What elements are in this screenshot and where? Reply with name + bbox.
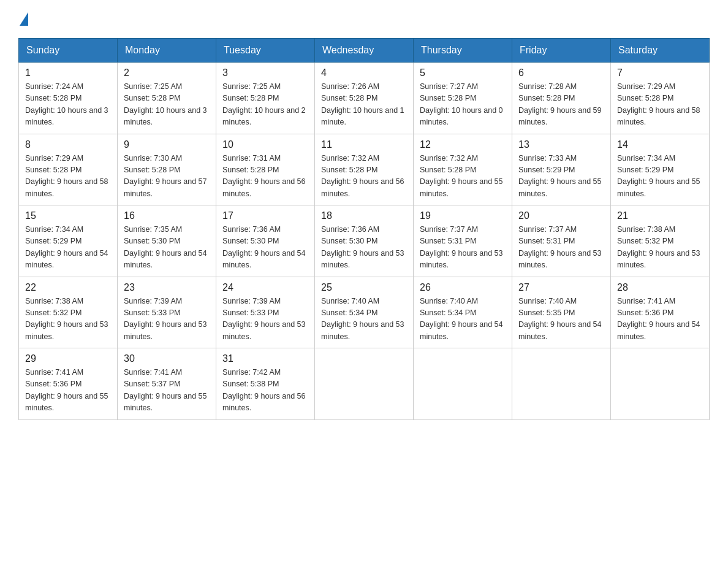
- day-number: 21: [617, 210, 703, 221]
- week-row-3: 15 Sunrise: 7:34 AM Sunset: 5:29 PM Dayl…: [19, 205, 710, 277]
- day-number: 13: [518, 139, 604, 150]
- day-number: 26: [420, 282, 506, 293]
- day-number: 10: [222, 139, 308, 150]
- day-number: 19: [420, 210, 506, 221]
- calendar-cell: 26 Sunrise: 7:40 AM Sunset: 5:34 PM Dayl…: [414, 277, 512, 348]
- day-number: 16: [124, 210, 210, 221]
- calendar-cell: 13 Sunrise: 7:33 AM Sunset: 5:29 PM Dayl…: [512, 134, 611, 205]
- week-row-2: 8 Sunrise: 7:29 AM Sunset: 5:28 PM Dayli…: [19, 134, 710, 205]
- day-number: 7: [617, 67, 703, 79]
- week-row-5: 29 Sunrise: 7:41 AM Sunset: 5:36 PM Dayl…: [19, 348, 710, 420]
- day-info: Sunrise: 7:37 AM Sunset: 5:31 PM Dayligh…: [518, 224, 604, 272]
- calendar-cell: 14 Sunrise: 7:34 AM Sunset: 5:29 PM Dayl…: [611, 134, 710, 205]
- calendar-cell: 17 Sunrise: 7:36 AM Sunset: 5:30 PM Dayl…: [216, 205, 315, 277]
- day-info: Sunrise: 7:40 AM Sunset: 5:34 PM Dayligh…: [321, 296, 407, 343]
- day-number: 2: [124, 67, 210, 79]
- calendar-cell: 25 Sunrise: 7:40 AM Sunset: 5:34 PM Dayl…: [315, 277, 414, 348]
- day-info: Sunrise: 7:35 AM Sunset: 5:30 PM Dayligh…: [124, 224, 210, 272]
- day-number: 28: [617, 282, 703, 293]
- day-info: Sunrise: 7:31 AM Sunset: 5:28 PM Dayligh…: [222, 153, 308, 201]
- page-header: [18, 12, 710, 26]
- day-number: 27: [518, 282, 604, 293]
- day-info: Sunrise: 7:41 AM Sunset: 5:37 PM Dayligh…: [124, 367, 210, 415]
- calendar-cell: 8 Sunrise: 7:29 AM Sunset: 5:28 PM Dayli…: [19, 134, 118, 205]
- day-number: 23: [124, 282, 210, 293]
- calendar-cell: 31 Sunrise: 7:42 AM Sunset: 5:38 PM Dayl…: [216, 348, 315, 420]
- day-info: Sunrise: 7:36 AM Sunset: 5:30 PM Dayligh…: [321, 224, 407, 272]
- day-number: 6: [518, 67, 604, 79]
- day-number: 29: [25, 353, 111, 364]
- calendar-cell: [611, 348, 710, 420]
- day-number: 18: [321, 210, 407, 221]
- calendar-cell: 23 Sunrise: 7:39 AM Sunset: 5:33 PM Dayl…: [118, 277, 216, 348]
- calendar-cell: 9 Sunrise: 7:30 AM Sunset: 5:28 PM Dayli…: [118, 134, 216, 205]
- day-info: Sunrise: 7:24 AM Sunset: 5:28 PM Dayligh…: [25, 81, 111, 129]
- day-number: 15: [25, 210, 111, 221]
- day-info: Sunrise: 7:25 AM Sunset: 5:28 PM Dayligh…: [124, 81, 210, 129]
- calendar-cell: 7 Sunrise: 7:29 AM Sunset: 5:28 PM Dayli…: [611, 63, 710, 134]
- calendar-cell: [512, 348, 611, 420]
- day-info: Sunrise: 7:26 AM Sunset: 5:28 PM Dayligh…: [321, 81, 407, 129]
- calendar-cell: [414, 348, 512, 420]
- weekday-header-saturday: Saturday: [611, 39, 710, 63]
- day-info: Sunrise: 7:39 AM Sunset: 5:33 PM Dayligh…: [222, 296, 308, 343]
- day-info: Sunrise: 7:29 AM Sunset: 5:28 PM Dayligh…: [617, 81, 703, 129]
- day-number: 24: [222, 282, 308, 293]
- calendar-cell: 18 Sunrise: 7:36 AM Sunset: 5:30 PM Dayl…: [315, 205, 414, 277]
- calendar-cell: 27 Sunrise: 7:40 AM Sunset: 5:35 PM Dayl…: [512, 277, 611, 348]
- calendar-cell: 24 Sunrise: 7:39 AM Sunset: 5:33 PM Dayl…: [216, 277, 315, 348]
- day-info: Sunrise: 7:38 AM Sunset: 5:32 PM Dayligh…: [617, 224, 703, 272]
- day-info: Sunrise: 7:36 AM Sunset: 5:30 PM Dayligh…: [222, 224, 308, 272]
- day-info: Sunrise: 7:27 AM Sunset: 5:28 PM Dayligh…: [420, 81, 506, 129]
- day-number: 11: [321, 139, 407, 150]
- day-info: Sunrise: 7:28 AM Sunset: 5:28 PM Dayligh…: [518, 81, 604, 129]
- calendar-cell: 11 Sunrise: 7:32 AM Sunset: 5:28 PM Dayl…: [315, 134, 414, 205]
- day-info: Sunrise: 7:40 AM Sunset: 5:34 PM Dayligh…: [420, 296, 506, 343]
- day-number: 4: [321, 67, 407, 79]
- weekday-header-wednesday: Wednesday: [315, 39, 414, 63]
- day-info: Sunrise: 7:40 AM Sunset: 5:35 PM Dayligh…: [518, 296, 604, 343]
- calendar-cell: 15 Sunrise: 7:34 AM Sunset: 5:29 PM Dayl…: [19, 205, 118, 277]
- week-row-4: 22 Sunrise: 7:38 AM Sunset: 5:32 PM Dayl…: [19, 277, 710, 348]
- calendar-cell: 16 Sunrise: 7:35 AM Sunset: 5:30 PM Dayl…: [118, 205, 216, 277]
- logo-arrow-icon: [20, 12, 28, 26]
- calendar-cell: 20 Sunrise: 7:37 AM Sunset: 5:31 PM Dayl…: [512, 205, 611, 277]
- calendar-cell: 10 Sunrise: 7:31 AM Sunset: 5:28 PM Dayl…: [216, 134, 315, 205]
- day-info: Sunrise: 7:42 AM Sunset: 5:38 PM Dayligh…: [222, 367, 308, 415]
- day-info: Sunrise: 7:32 AM Sunset: 5:28 PM Dayligh…: [321, 153, 407, 201]
- day-number: 14: [617, 139, 703, 150]
- day-info: Sunrise: 7:30 AM Sunset: 5:28 PM Dayligh…: [124, 153, 210, 201]
- calendar-cell: 21 Sunrise: 7:38 AM Sunset: 5:32 PM Dayl…: [611, 205, 710, 277]
- day-number: 3: [222, 67, 308, 79]
- day-number: 20: [518, 210, 604, 221]
- calendar-cell: 2 Sunrise: 7:25 AM Sunset: 5:28 PM Dayli…: [118, 63, 216, 134]
- logo: [18, 12, 28, 26]
- day-number: 9: [124, 139, 210, 150]
- weekday-header-sunday: Sunday: [19, 39, 118, 63]
- weekday-header-tuesday: Tuesday: [216, 39, 315, 63]
- day-info: Sunrise: 7:41 AM Sunset: 5:36 PM Dayligh…: [25, 367, 111, 415]
- day-info: Sunrise: 7:32 AM Sunset: 5:28 PM Dayligh…: [420, 153, 506, 201]
- calendar-cell: 30 Sunrise: 7:41 AM Sunset: 5:37 PM Dayl…: [118, 348, 216, 420]
- day-info: Sunrise: 7:37 AM Sunset: 5:31 PM Dayligh…: [420, 224, 506, 272]
- day-info: Sunrise: 7:39 AM Sunset: 5:33 PM Dayligh…: [124, 296, 210, 343]
- day-number: 8: [25, 139, 111, 150]
- day-number: 22: [25, 282, 111, 293]
- weekday-header-monday: Monday: [118, 39, 216, 63]
- day-number: 25: [321, 282, 407, 293]
- day-info: Sunrise: 7:25 AM Sunset: 5:28 PM Dayligh…: [222, 81, 308, 129]
- calendar-cell: 3 Sunrise: 7:25 AM Sunset: 5:28 PM Dayli…: [216, 63, 315, 134]
- calendar-cell: 22 Sunrise: 7:38 AM Sunset: 5:32 PM Dayl…: [19, 277, 118, 348]
- week-row-1: 1 Sunrise: 7:24 AM Sunset: 5:28 PM Dayli…: [19, 63, 710, 134]
- calendar-cell: 29 Sunrise: 7:41 AM Sunset: 5:36 PM Dayl…: [19, 348, 118, 420]
- weekday-header-friday: Friday: [512, 39, 611, 63]
- weekday-header-row: SundayMondayTuesdayWednesdayThursdayFrid…: [19, 39, 710, 63]
- day-number: 17: [222, 210, 308, 221]
- day-number: 12: [420, 139, 506, 150]
- day-info: Sunrise: 7:33 AM Sunset: 5:29 PM Dayligh…: [518, 153, 604, 201]
- weekday-header-thursday: Thursday: [414, 39, 512, 63]
- day-info: Sunrise: 7:34 AM Sunset: 5:29 PM Dayligh…: [617, 153, 703, 201]
- calendar-table: SundayMondayTuesdayWednesdayThursdayFrid…: [18, 38, 710, 420]
- day-number: 31: [222, 353, 308, 364]
- calendar-cell: 4 Sunrise: 7:26 AM Sunset: 5:28 PM Dayli…: [315, 63, 414, 134]
